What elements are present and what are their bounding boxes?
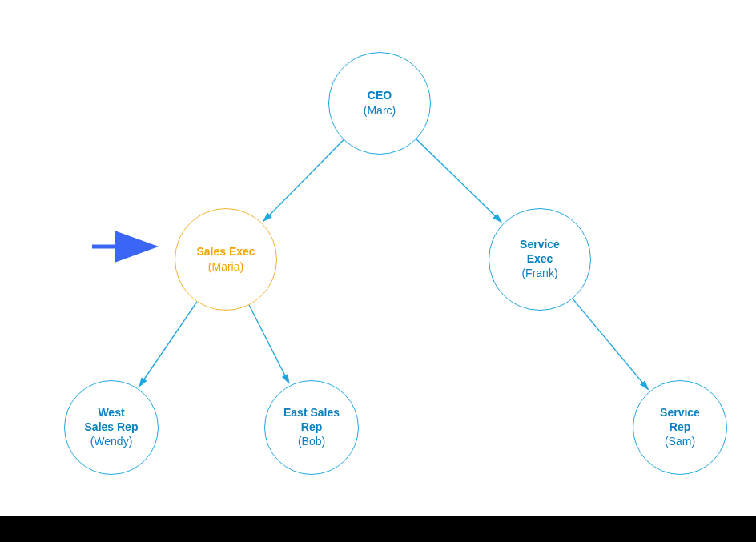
- node-west-rep: WestSales Rep (Wendy): [64, 380, 159, 475]
- edge: [249, 305, 289, 383]
- node-sales-exec: Sales Exec (Maria): [175, 208, 277, 311]
- node-title: Sales Exec: [196, 245, 255, 259]
- node-title: ServiceExec: [520, 238, 560, 266]
- node-name: (Sam): [665, 434, 695, 448]
- org-chart-canvas: CEO (Marc) Sales Exec (Maria) ServiceExe…: [0, 0, 756, 516]
- highlight-arrow-icon: [0, 0, 80, 32]
- node-service-exec: ServiceExec (Frank): [489, 208, 591, 311]
- edge: [573, 299, 648, 389]
- node-title: CEO: [368, 89, 392, 103]
- node-name: (Bob): [298, 434, 325, 448]
- edge: [263, 140, 344, 222]
- node-name: (Maria): [208, 259, 243, 274]
- node-east-rep: East SalesRep (Bob): [264, 380, 359, 475]
- node-title: ServiceRep: [660, 406, 700, 434]
- edge: [139, 302, 197, 387]
- node-ceo: CEO (Marc): [328, 52, 431, 155]
- node-name: (Marc): [364, 103, 396, 118]
- node-name: (Frank): [521, 266, 557, 280]
- node-service-rep: ServiceRep (Sam): [633, 380, 727, 475]
- edge: [416, 139, 501, 223]
- node-title: WestSales Rep: [85, 406, 139, 434]
- node-title: East SalesRep: [284, 406, 340, 434]
- node-name: (Wendy): [90, 434, 133, 448]
